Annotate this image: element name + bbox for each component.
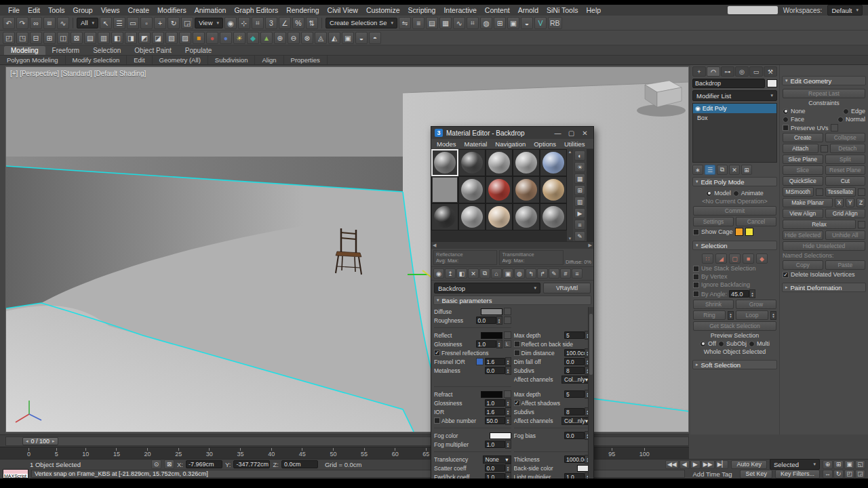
- toolbar-icon[interactable]: ⊗: [301, 32, 313, 44]
- select-link-icon[interactable]: ∞: [30, 17, 42, 29]
- relax-settings-button[interactable]: [858, 221, 865, 228]
- material-sample-slot[interactable]: [458, 176, 486, 203]
- zoom-extents-icon[interactable]: ▣: [844, 460, 854, 469]
- toolbar-icon[interactable]: ⊠: [71, 32, 83, 44]
- material-editor-menu-item[interactable]: Modes: [433, 140, 460, 148]
- fwd-bck-coeff-field[interactable]: 1.0: [485, 473, 505, 479]
- keyboard-override-icon[interactable]: ⌗: [252, 17, 264, 29]
- animate-radio[interactable]: [733, 190, 739, 197]
- prev-key-icon[interactable]: ◂: [26, 439, 28, 444]
- menu-item[interactable]: Edit: [24, 5, 44, 15]
- make-unique-icon[interactable]: ⧉: [479, 268, 490, 279]
- sample-tiling-icon[interactable]: ⊞: [574, 185, 585, 195]
- rollout-header[interactable]: ▾Edit Poly Mode: [692, 177, 777, 186]
- rectangular-selection-icon[interactable]: ▭: [127, 17, 139, 29]
- relax-button[interactable]: Relax: [783, 220, 856, 229]
- make-planar-button[interactable]: Make Planar: [783, 198, 833, 207]
- menu-item[interactable]: SiNi Tools: [542, 5, 583, 15]
- spinner-arrows[interactable]: [505, 416, 511, 425]
- display-tab[interactable]: ▭: [749, 66, 763, 77]
- attach-button[interactable]: Attach: [783, 144, 818, 153]
- vray-rb-icon[interactable]: RB: [548, 17, 562, 29]
- rollout-header[interactable]: ▾Selection: [692, 241, 777, 250]
- schematic-view-icon[interactable]: ⌗: [467, 17, 479, 29]
- menu-item[interactable]: Modifiers: [153, 5, 191, 15]
- by-vertex-checkbox[interactable]: [693, 274, 699, 280]
- material-sample-slot[interactable]: [540, 149, 567, 176]
- toolbar-icon[interactable]: ◩: [138, 32, 151, 44]
- material-sample-slot[interactable]: [540, 176, 567, 203]
- delete-isolated-vertices-checkbox[interactable]: [783, 272, 789, 278]
- element-icon[interactable]: ◆: [756, 253, 768, 264]
- constraint-none-radio[interactable]: [783, 108, 789, 115]
- ignore-backfacing-checkbox[interactable]: [693, 282, 699, 288]
- grow-button[interactable]: Grow: [736, 300, 776, 309]
- material-sample-slot[interactable]: [431, 203, 458, 230]
- affect-channels-dropdown[interactable]: Col...nly▾: [561, 375, 591, 384]
- ribbon-panel[interactable]: Subdivision: [208, 56, 256, 64]
- dim-distance-checkbox[interactable]: [514, 350, 520, 356]
- add-time-tag[interactable]: Add Time Tag: [688, 470, 738, 478]
- toolbar-icon[interactable]: ◭: [328, 32, 340, 44]
- maximize-viewport-icon[interactable]: ◰: [844, 470, 854, 479]
- percent-snap-icon[interactable]: %: [292, 17, 304, 29]
- select-and-move-icon[interactable]: +: [154, 17, 166, 29]
- play-button[interactable]: ▶: [690, 460, 701, 469]
- loop-button[interactable]: Loop: [736, 310, 768, 320]
- video-color-check-icon[interactable]: ▥: [574, 197, 585, 207]
- dim-distance-field[interactable]: 100.0cm: [564, 349, 585, 357]
- spinner-arrows[interactable]: [749, 289, 755, 298]
- sun-icon[interactable]: ☀: [233, 32, 245, 44]
- toolbar-icon[interactable]: ⊞: [43, 32, 56, 44]
- slice-plane-button[interactable]: Slice Plane: [783, 155, 823, 164]
- select-by-name-icon[interactable]: ☰: [113, 17, 125, 29]
- fresnel-reflections-checkbox[interactable]: [434, 350, 440, 356]
- material-id-icon[interactable]: #: [560, 268, 571, 279]
- material-sample-slot[interactable]: [540, 203, 567, 230]
- object-color-swatch[interactable]: [767, 79, 777, 87]
- menu-item[interactable]: Views: [97, 5, 124, 15]
- ribbon-panel[interactable]: Edit: [127, 56, 152, 64]
- redo-icon[interactable]: ↷: [16, 17, 28, 29]
- tessellate-button[interactable]: Tessellate: [825, 187, 856, 197]
- toolbar-icon[interactable]: ◳: [16, 32, 28, 44]
- material-editor-menu-item[interactable]: Utilities: [561, 140, 589, 148]
- y-coordinate-field[interactable]: -347.772cm: [233, 460, 270, 468]
- fog-multiplier-field[interactable]: 1.0: [485, 441, 505, 448]
- glossiness-field[interactable]: 1.0: [476, 340, 496, 348]
- bind-to-space-warp-icon[interactable]: ∿: [57, 17, 69, 29]
- menu-item[interactable]: Tools: [44, 5, 69, 15]
- go-forward-icon[interactable]: ↱: [537, 268, 548, 279]
- hide-unselected-button[interactable]: Hide Unselected: [783, 241, 865, 251]
- get-stack-selection-button[interactable]: Get Stack Selection: [693, 321, 776, 331]
- curve-editor-icon[interactable]: ∿: [453, 17, 465, 29]
- go-to-parent-icon[interactable]: ↰: [526, 268, 536, 279]
- unhide-all-button[interactable]: Unhide All: [825, 230, 866, 240]
- reflect-back-side-checkbox[interactable]: [514, 341, 520, 347]
- ring-button[interactable]: Ring: [693, 310, 726, 320]
- show-end-result-icon[interactable]: ◍: [514, 268, 525, 279]
- toolbar-icon[interactable]: ▤: [84, 32, 96, 44]
- refract-color-swatch[interactable]: [481, 391, 502, 398]
- show-end-result-icon[interactable]: ☰: [705, 165, 715, 175]
- lock-selection-icon[interactable]: ⊠: [164, 460, 174, 469]
- by-angle-field[interactable]: 45.0: [729, 290, 749, 298]
- spinner-arrows[interactable]: [505, 440, 511, 449]
- z-coordinate-field[interactable]: 0.0cm: [281, 460, 318, 468]
- planar-x-button[interactable]: X: [835, 198, 844, 207]
- time-slider[interactable]: ◂0 / 100▸: [22, 437, 58, 445]
- viewport-label[interactable]: [+] [Perspective] [Standard] [Default Sh…: [10, 70, 146, 77]
- by-angle-checkbox[interactable]: [693, 291, 699, 297]
- orbit-icon[interactable]: ↻: [833, 470, 844, 479]
- cut-button[interactable]: Cut: [825, 176, 866, 186]
- select-and-rotate-icon[interactable]: ↻: [167, 17, 180, 29]
- subdivs-field[interactable]: 8: [564, 367, 585, 374]
- detach-button[interactable]: Detach: [830, 144, 866, 153]
- next-key-icon[interactable]: ▸: [52, 439, 55, 444]
- make-preview-icon[interactable]: ▶: [574, 208, 585, 218]
- select-and-scale-icon[interactable]: ◲: [181, 17, 193, 29]
- select-by-material-icon[interactable]: ✎: [574, 231, 585, 241]
- border-icon[interactable]: ▢: [729, 253, 741, 264]
- collapse-button[interactable]: Collapse: [825, 133, 866, 142]
- rollout-header[interactable]: ▸Soft Selection: [692, 360, 777, 369]
